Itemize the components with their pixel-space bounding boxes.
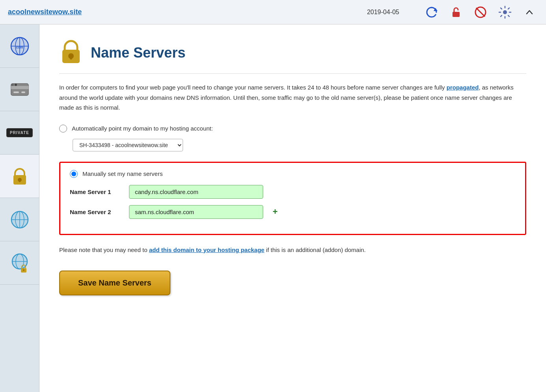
domain-link[interactable]: acoolnewsitewow.site [8,8,82,16]
refresh-icon[interactable] [423,4,440,21]
ns1-row: Name Server 1 [70,185,516,199]
svg-rect-34 [70,56,72,60]
settings-icon[interactable] [496,4,514,21]
description-text: In order for computers to find your web … [59,82,526,113]
svg-point-31 [23,269,24,271]
svg-rect-20 [19,180,21,182]
svg-line-4 [476,8,485,17]
card-icon [9,79,30,100]
page-title-row: Name Servers [59,39,526,67]
hosting-account-select[interactable]: SH-3433498 - acoolnewsitewow.site [73,139,183,151]
manual-option-label: Manually set my name servers [82,170,163,177]
propagated-link[interactable]: propagated [447,84,479,91]
svg-point-16 [11,84,14,86]
block-icon[interactable] [472,4,489,21]
sidebar: .com PRIVATE [0,24,39,392]
title-divider [59,73,526,74]
svg-rect-15 [21,91,25,93]
sidebar-item-card[interactable] [0,68,39,111]
chevron-up-icon[interactable] [521,4,538,21]
lock-icon [9,166,30,187]
globe-blue-icon [9,209,30,230]
sidebar-item-globe-blue[interactable] [0,198,39,241]
private-icon: PRIVATE [9,123,30,143]
save-nameservers-button[interactable]: Save Name Servers [59,271,170,295]
svg-point-5 [503,10,507,14]
top-bar-icons [423,4,538,21]
svg-rect-14 [13,91,19,93]
page-lock-icon [59,39,83,67]
globe-com-icon: .com [9,36,30,56]
ns2-input[interactable] [129,205,263,219]
sidebar-item-globe-lock[interactable] [0,241,39,285]
note-text: Please note that you may need to add thi… [59,245,526,255]
sidebar-item-private[interactable]: PRIVATE [0,111,39,155]
hosting-select-wrapper: SH-3433498 - acoolnewsitewow.site [59,139,526,162]
page-title: Name Servers [91,45,185,61]
svg-rect-2 [453,12,459,17]
ns1-input[interactable] [129,185,263,199]
manual-radio[interactable] [70,170,78,178]
manual-ns-box: Manually set my name servers Name Server… [59,162,526,235]
svg-rect-12 [11,84,28,95]
top-bar: acoolnewsitewow.site 2019-04-05 [0,0,546,24]
unlock-icon[interactable] [447,4,465,21]
content-area: Name Servers In order for computers to f… [39,24,546,392]
svg-text:.com: .com [15,45,23,49]
sidebar-item-lock[interactable] [0,155,39,198]
ns1-label: Name Server 1 [70,189,121,195]
manual-ns-header: Manually set my name servers [70,170,516,178]
globe-lock-icon [9,253,30,273]
auto-option-label: Automatically point my domain to my host… [72,125,213,132]
sidebar-item-globe-com[interactable]: .com [0,24,39,68]
add-nameserver-button[interactable]: + [271,207,279,217]
ns2-label: Name Server 2 [70,209,121,215]
main-layout: .com PRIVATE [0,24,546,392]
svg-rect-13 [11,86,28,89]
auto-option-row: Automatically point my domain to my host… [59,125,526,133]
svg-point-17 [15,84,17,86]
date-display: 2019-04-05 [367,9,399,16]
add-domain-link[interactable]: add this domain to your hosting package [149,246,265,253]
auto-radio[interactable] [59,125,67,133]
ns2-row: Name Server 2 + [70,205,516,219]
